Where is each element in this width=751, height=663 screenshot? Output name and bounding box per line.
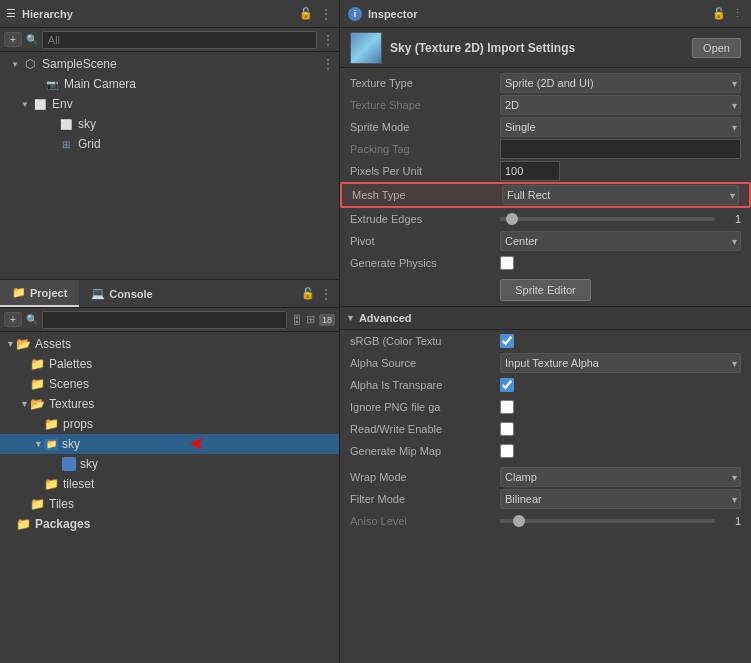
project-add-button[interactable]: + (4, 312, 22, 327)
ignore-png-checkbox[interactable] (500, 400, 514, 414)
extrude-edges-slider[interactable] (500, 217, 715, 221)
assets-folder-icon: 📂 (16, 337, 31, 351)
inspector-lock-icon[interactable]: 🔓 (712, 7, 726, 20)
form-row-srgb: sRGB (Color Textu (340, 330, 751, 352)
form-row-read-write: Read/Write Enable (340, 418, 751, 440)
hierarchy-item-sky[interactable]: ⬜ sky (0, 114, 339, 134)
folder-sky[interactable]: ▼ 📁 sky ➤ (0, 434, 339, 454)
texture-shape-select[interactable]: 2D (500, 95, 741, 115)
scene-menu-icon[interactable]: ⋮ (321, 56, 335, 72)
folder-textures[interactable]: ▼ 📂 Textures (0, 394, 339, 414)
project-menu-icon[interactable]: ⋮ (319, 286, 333, 302)
srgb-checkbox[interactable] (500, 334, 514, 348)
aniso-level-value: 1 (721, 515, 741, 527)
mesh-type-select[interactable]: Full Rect (502, 185, 739, 205)
read-write-checkbox[interactable] (500, 422, 514, 436)
hierarchy-panel-header: ☰ Hierarchy 🔓 ⋮ (0, 0, 339, 28)
advanced-section-title: Advanced (359, 312, 412, 324)
sky-cube-icon: ⬜ (58, 116, 74, 132)
pivot-select-wrapper: Center (500, 231, 741, 251)
form-row-filter-mode: Filter Mode Bilinear (340, 488, 751, 510)
tab-project[interactable]: 📁 Project (0, 280, 79, 307)
hierarchy-lock-icon[interactable]: 🔓 (299, 7, 313, 20)
form-row-sprite-mode: Sprite Mode Single (340, 116, 751, 138)
inspector-info-icon: i (348, 7, 362, 21)
inspector-content: Sky (Texture 2D) Import Settings Open Te… (340, 28, 751, 663)
generate-mip-checkbox[interactable] (500, 444, 514, 458)
extrude-edges-label: Extrude Edges (350, 213, 500, 225)
pixels-per-unit-input[interactable] (500, 161, 560, 181)
project-tree: ▼ 📂 Assets 📁 Palettes 📁 Scenes (0, 332, 339, 663)
hierarchy-menu-icon[interactable]: ⋮ (319, 6, 333, 22)
arrow-icon-env: ▼ (18, 100, 32, 109)
form-row-texture-shape: Texture Shape 2D (340, 94, 751, 116)
pivot-label: Pivot (350, 235, 500, 247)
file-sky-sprite[interactable]: sky (0, 454, 339, 474)
inspector-more-icon[interactable]: ⋮ (732, 7, 743, 20)
folder-scenes[interactable]: 📁 Scenes (0, 374, 339, 394)
project-view-icon[interactable]: ⊞ (306, 313, 315, 326)
folder-packages[interactable]: 📁 Packages (0, 514, 339, 534)
project-filter-icon[interactable]: 🎛 (291, 314, 302, 326)
ignore-png-label: Ignore PNG file ga (350, 401, 500, 413)
aniso-level-slider[interactable] (500, 519, 715, 523)
folder-palettes[interactable]: 📁 Palettes (0, 354, 339, 374)
scene-name: SampleScene (42, 57, 117, 71)
packing-tag-input[interactable] (500, 139, 741, 159)
folder-assets[interactable]: ▼ 📂 Assets (0, 334, 339, 354)
hierarchy-item-env[interactable]: ▼ ⬜ Env (0, 94, 339, 114)
pivot-select[interactable]: Center (500, 231, 741, 251)
scene-icon: ⬡ (22, 56, 38, 72)
textures-folder-icon: 📂 (30, 397, 45, 411)
console-tab-icon: 💻 (91, 287, 105, 300)
folder-tiles[interactable]: 📁 Tiles (0, 494, 339, 514)
alpha-is-transparent-checkbox[interactable] (500, 378, 514, 392)
pixels-per-unit-label: Pixels Per Unit (350, 165, 500, 177)
project-search-input[interactable] (42, 311, 287, 329)
sprite-editor-button[interactable]: Sprite Editor (500, 279, 591, 301)
sprite-mode-select[interactable]: Single (500, 117, 741, 137)
tab-console[interactable]: 💻 Console (79, 280, 164, 307)
form-row-pivot: Pivot Center (340, 230, 751, 252)
hierarchy-search-input[interactable] (42, 31, 317, 49)
srgb-label: sRGB (Color Textu (350, 335, 500, 347)
advanced-section-header[interactable]: ▼ Advanced (340, 306, 751, 330)
wrap-mode-select[interactable]: Clamp (500, 467, 741, 487)
hierarchy-item-grid[interactable]: ⊞ Grid (0, 134, 339, 154)
red-arrow-indicator: ➤ (190, 434, 203, 453)
texture-shape-label: Texture Shape (350, 99, 500, 111)
packing-tag-label: Packing Tag (350, 143, 500, 155)
alpha-source-select[interactable]: Input Texture Alpha (500, 353, 741, 373)
hierarchy-dots-icon[interactable]: ⋮ (321, 32, 335, 48)
generate-physics-label: Generate Physics (350, 257, 500, 269)
form-row-sprite-editor: Sprite Editor (340, 274, 751, 306)
hierarchy-label-env: Env (52, 97, 73, 111)
inspector-form: Texture Type Sprite (2D and UI) Texture … (340, 68, 751, 536)
hierarchy-item-maincamera[interactable]: 📷 Main Camera (0, 74, 339, 94)
hierarchy-add-button[interactable]: + (4, 32, 22, 47)
generate-physics-checkbox[interactable] (500, 256, 514, 270)
assets-arrow: ▼ (6, 339, 16, 349)
project-tabs-header: 📁 Project 💻 Console 🔓 ⋮ (0, 280, 339, 308)
hierarchy-tree: ▼ ⬡ SampleScene ⋮ 📷 Main Camera ▼ ⬜ Env (0, 52, 339, 279)
mesh-type-select-wrapper: Full Rect (502, 185, 739, 205)
alpha-is-transparent-label: Alpha Is Transpare (350, 379, 500, 391)
sky-sprite-icon (62, 457, 76, 471)
form-row-aniso-level: Aniso Level 1 (340, 510, 751, 532)
open-button[interactable]: Open (692, 38, 741, 58)
project-tab-label: Project (30, 287, 67, 299)
palettes-folder-icon: 📁 (30, 357, 45, 371)
filter-mode-select[interactable]: Bilinear (500, 489, 741, 509)
form-row-extrude-edges: Extrude Edges 1 (340, 208, 751, 230)
folder-props[interactable]: 📁 props (0, 414, 339, 434)
folder-tileset[interactable]: 📁 tileset (0, 474, 339, 494)
tiles-folder-icon: 📁 (30, 497, 45, 511)
texture-type-select[interactable]: Sprite (2D and UI) (500, 73, 741, 93)
project-lock-icon[interactable]: 🔓 (301, 287, 315, 300)
form-row-pixels-per-unit: Pixels Per Unit (340, 160, 751, 182)
hierarchy-label-grid: Grid (78, 137, 101, 151)
hierarchy-title: Hierarchy (22, 8, 293, 20)
scenes-label: Scenes (49, 377, 89, 391)
hierarchy-label-sky: sky (78, 117, 96, 131)
hierarchy-item-samplescene[interactable]: ▼ ⬡ SampleScene ⋮ (0, 54, 339, 74)
